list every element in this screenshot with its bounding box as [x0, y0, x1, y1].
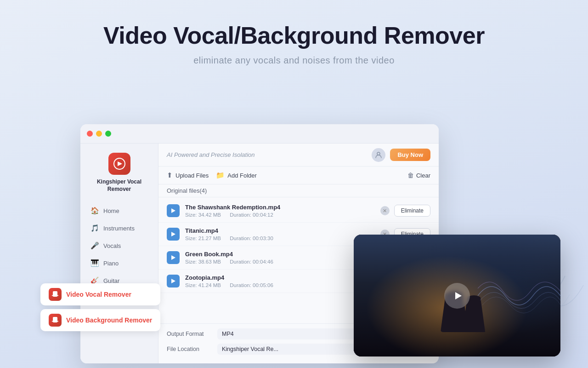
sidebar-item-home[interactable]: 🏠 Home [86, 203, 153, 218]
file-info: The Shawshank Redemption.mp4 Size: 34.42… [185, 204, 375, 218]
file-play-button[interactable] [167, 251, 180, 264]
eliminate-button[interactable]: Eliminate [394, 205, 430, 217]
page-title: Video Vocal/Background Remover [0, 22, 588, 50]
folder-icon: 📁 [216, 171, 225, 179]
file-play-button[interactable] [167, 275, 180, 288]
file-meta: Size: 34.42 MB Duration: 00:04:12 [185, 212, 375, 218]
close-button[interactable] [87, 131, 93, 137]
trash-icon: 🗑 [407, 172, 414, 179]
buy-now-button[interactable]: Buy Now [390, 149, 430, 161]
page-header: Video Vocal/Background Remover eliminate… [0, 0, 588, 77]
file-item: The Shawshank Redemption.mp4 Size: 34.42… [158, 199, 439, 223]
panel-actions-right: Buy Now [372, 148, 430, 162]
file-name: The Shawshank Redemption.mp4 [185, 204, 375, 211]
sidebar-item-label: Vocals [103, 242, 121, 249]
video-play-button[interactable] [444, 283, 470, 309]
app-name: Kingshiper Vocal Remover [86, 178, 153, 193]
upload-icon: ⬆ [167, 171, 173, 179]
app-logo-icon [108, 153, 130, 175]
video-background [354, 235, 560, 356]
output-location-label: File Location [167, 346, 213, 352]
minimize-button[interactable] [96, 131, 102, 137]
vocal-remover-text: Video Vocal Remover [66, 291, 131, 298]
toolbar-left: ⬆ Upload Files 📁 Add Folder [167, 171, 257, 179]
clear-button[interactable]: 🗑 Clear [407, 172, 430, 179]
background-remover-icon [49, 314, 62, 327]
title-bar [80, 124, 439, 144]
svg-marker-9 [455, 292, 462, 299]
background-remover-text: Video Background Remover [66, 316, 152, 324]
page-subtitle: eliminate any vocals and noises from the… [0, 55, 588, 66]
bottom-labels: Video Vocal Remover Video Background Rem… [40, 283, 160, 331]
sidebar-item-label: Instruments [103, 225, 135, 232]
sidebar-item-vocals[interactable]: 🎤 Vocals [86, 238, 153, 253]
video-preview [354, 235, 560, 356]
sidebar-item-instruments[interactable]: 🎵 Instruments [86, 220, 153, 236]
toolbar: ⬆ Upload Files 📁 Add Folder 🗑 Clear [158, 167, 439, 184]
sidebar-item-label: Home [103, 207, 119, 214]
sidebar-item-piano[interactable]: 🎹 Piano [86, 255, 153, 271]
svg-marker-4 [171, 232, 175, 236]
sidebar-logo: Kingshiper Vocal Remover [86, 153, 153, 193]
file-actions: ✕ Eliminate [380, 205, 430, 217]
instruments-icon: 🎵 [90, 224, 99, 232]
video-background-remover-label[interactable]: Video Background Remover [40, 309, 160, 331]
file-play-button[interactable] [167, 204, 180, 217]
vocals-icon: 🎤 [90, 242, 99, 250]
svg-marker-6 [171, 279, 175, 283]
panel-header: AI Powered and Precise Isolation Buy Now [158, 144, 439, 167]
add-folder-button[interactable]: 📁 Add Folder [216, 171, 257, 179]
svg-marker-5 [171, 255, 175, 260]
user-avatar[interactable] [372, 148, 385, 162]
upload-files-button[interactable]: ⬆ Upload Files [167, 171, 209, 179]
file-play-button[interactable] [167, 228, 180, 241]
svg-point-1 [118, 162, 121, 165]
svg-marker-3 [171, 208, 175, 213]
vocal-remover-icon [49, 288, 62, 301]
piano-icon: 🎹 [90, 259, 99, 267]
file-count: Original files(4) [158, 184, 439, 197]
maximize-button[interactable] [105, 131, 111, 137]
file-info: Titanic.mp4 Size: 21.27 MB Duration: 00:… [185, 227, 375, 241]
home-icon: 🏠 [90, 207, 99, 215]
svg-point-2 [377, 152, 380, 155]
remove-file-button[interactable]: ✕ [380, 206, 390, 215]
panel-tagline: AI Powered and Precise Isolation [167, 151, 255, 158]
file-meta: Size: 21.27 MB Duration: 00:03:30 [185, 236, 375, 241]
sidebar-item-label: Piano [103, 260, 119, 267]
traffic-lights [87, 131, 111, 137]
output-format-label: Output Format [167, 331, 213, 337]
video-vocal-remover-label[interactable]: Video Vocal Remover [40, 283, 160, 305]
file-name: Titanic.mp4 [185, 227, 375, 234]
